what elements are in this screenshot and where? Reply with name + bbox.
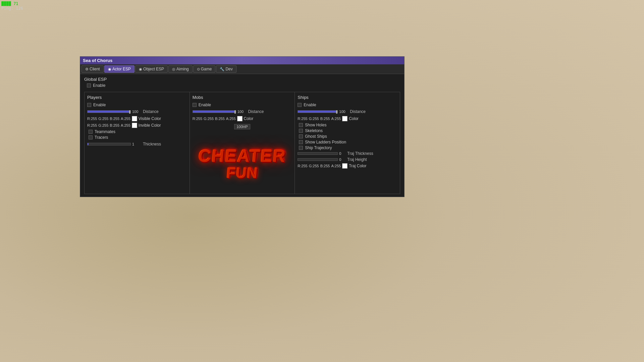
main-window: Sea of Chorus ⚙ Client ◉ Actor ESP ◉ Obj… (80, 56, 405, 197)
players-visible-color-row: R:255 G:255 B:255 A:255 Visible Color (87, 116, 187, 121)
ships-show-holes-label: Show Holes (305, 123, 326, 127)
global-esp-title: Global ESP (84, 77, 400, 82)
ships-traj-color-r: R:255 (298, 164, 307, 168)
ships-show-ladders-label: Show Ladders Position (305, 140, 346, 144)
players-visible-color-swatch[interactable] (132, 116, 137, 121)
panels-container: Players Enable 100 Distance R:255 (84, 92, 400, 194)
ships-color-a: A:255 (331, 117, 341, 121)
ships-traj-height-label: Traj Height (347, 157, 367, 162)
ships-traj-color-a: A:255 (331, 164, 341, 168)
ships-traj-color-swatch[interactable] (342, 163, 347, 169)
players-visible-b: B:255 (110, 117, 119, 121)
tab-aiming[interactable]: ◎ Aiming (168, 65, 193, 73)
ships-distance-label: Distance (350, 109, 366, 114)
ships-distance-row: 100 Distance (298, 109, 397, 114)
mobs-enable-label: Enable (199, 103, 211, 107)
mobs-distance-fill (193, 111, 236, 113)
mobs-title: Mobs (193, 95, 292, 100)
tab-client[interactable]: ⚙ Client (82, 65, 104, 73)
players-enable-row: Enable (87, 103, 187, 107)
ships-distance-fill (298, 111, 337, 113)
fps-display: ▓▓▓▓ 71 (1, 1, 23, 6)
tab-dev[interactable]: 🔧 Dev (216, 65, 236, 73)
watermark-line1: CHEATER (198, 147, 287, 165)
hp-tooltip: 100HP (234, 124, 250, 129)
ships-show-holes-row: Show Holes (298, 123, 397, 127)
nav-bar: ⚙ Client ◉ Actor ESP ◉ Object ESP ◎ Aimi… (80, 64, 404, 74)
tab-aiming-label: Aiming (176, 67, 189, 71)
mobs-color-g: G:255 (204, 117, 214, 121)
tab-game[interactable]: ⊙ Game (193, 65, 216, 73)
ships-traj-thickness-label: Traj Thickness (347, 151, 373, 156)
content-area: Global ESP Enable Players Enable (80, 74, 404, 197)
players-thickness-slider[interactable] (87, 143, 131, 145)
mobs-distance-slider[interactable] (193, 110, 236, 113)
players-invible-a: A:255 (121, 123, 130, 127)
players-thickness-fill (88, 143, 89, 145)
players-distance-fill (88, 111, 130, 113)
players-distance-value: 100 (132, 110, 142, 114)
players-invible-r: R:255 (87, 123, 97, 127)
players-distance-thumb (129, 110, 130, 114)
players-tracers-row: Tracers (87, 135, 187, 140)
ships-panel: Ships Enable 100 Distance R:255 (295, 92, 400, 194)
players-teammates-row: Teammates (87, 129, 187, 134)
ships-traj-height-slider[interactable] (298, 158, 338, 161)
players-tracers-label: Tracers (95, 135, 108, 140)
ships-distance-thumb (336, 110, 337, 114)
ships-distance-slider[interactable] (298, 110, 338, 113)
mobs-watermark-area: 100HP CHEATER FUN (193, 124, 292, 191)
players-thickness-value: 1 (132, 142, 142, 146)
players-distance-slider[interactable] (87, 110, 131, 113)
players-enable-label: Enable (93, 103, 106, 107)
ships-color-b: B:255 (320, 117, 330, 121)
game-icon: ⊙ (197, 67, 200, 71)
players-invible-b: B:255 (110, 123, 119, 127)
tab-object-esp[interactable]: ◉ Object ESP (135, 65, 168, 73)
mobs-color-swatch[interactable] (237, 116, 243, 121)
ships-skeletons-checkbox[interactable] (299, 129, 303, 133)
ships-ghost-ships-row: Ghost Ships (298, 134, 397, 139)
players-teammates-label: Teammates (95, 129, 115, 134)
players-distance-label: Distance (143, 109, 159, 114)
ships-traj-thickness-slider[interactable] (298, 152, 338, 155)
ships-traj-color-b: B:255 (320, 164, 330, 168)
ships-enable-checkbox[interactable] (298, 103, 302, 107)
mobs-color-r: R:255 (193, 117, 202, 121)
ships-skeletons-label: Skeletons (305, 128, 323, 133)
actor-esp-icon: ◉ (108, 67, 111, 71)
global-esp-enable-checkbox[interactable] (87, 83, 91, 87)
tab-actor-esp[interactable]: ◉ Actor ESP (104, 65, 135, 73)
mobs-enable-checkbox[interactable] (193, 103, 197, 107)
ships-trajectory-checkbox[interactable] (299, 146, 303, 150)
title-bar: Sea of Chorus (80, 57, 404, 64)
watermark-line2: FUN (198, 165, 287, 181)
global-esp-section: Global ESP Enable (84, 77, 400, 88)
players-thickness-label: Thickness (143, 142, 161, 146)
dev-icon: 🔧 (220, 67, 224, 71)
players-tracers-checkbox[interactable] (89, 135, 93, 139)
ships-show-ladders-checkbox[interactable] (299, 140, 303, 144)
mobs-enable-row: Enable (193, 103, 292, 107)
players-title: Players (87, 95, 187, 100)
window-title: Sea of Chorus (83, 58, 112, 63)
players-invible-g: G:255 (98, 123, 108, 127)
mobs-color-a: A:255 (226, 117, 236, 121)
ships-color-r: R:255 (298, 117, 307, 121)
ships-show-holes-checkbox[interactable] (299, 123, 303, 127)
ships-traj-height-value: 0 (339, 158, 346, 162)
ships-enable-row: Enable (298, 103, 397, 107)
ships-traj-color-label: Traj Color (349, 164, 366, 168)
players-invible-color-label: Invible Color (139, 123, 161, 128)
object-esp-icon: ◉ (139, 67, 142, 71)
players-teammates-checkbox[interactable] (89, 130, 93, 134)
mobs-distance-value: 100 (237, 110, 247, 114)
ships-ghost-ships-checkbox[interactable] (299, 134, 303, 138)
players-visible-g: G:255 (98, 117, 108, 121)
players-invible-color-swatch[interactable] (132, 123, 137, 128)
fps-value: 71 (13, 1, 18, 6)
watermark: CHEATER FUN (198, 147, 286, 181)
ships-color-swatch[interactable] (342, 116, 347, 121)
tab-dev-label: Dev (225, 67, 232, 71)
players-enable-checkbox[interactable] (87, 103, 91, 107)
